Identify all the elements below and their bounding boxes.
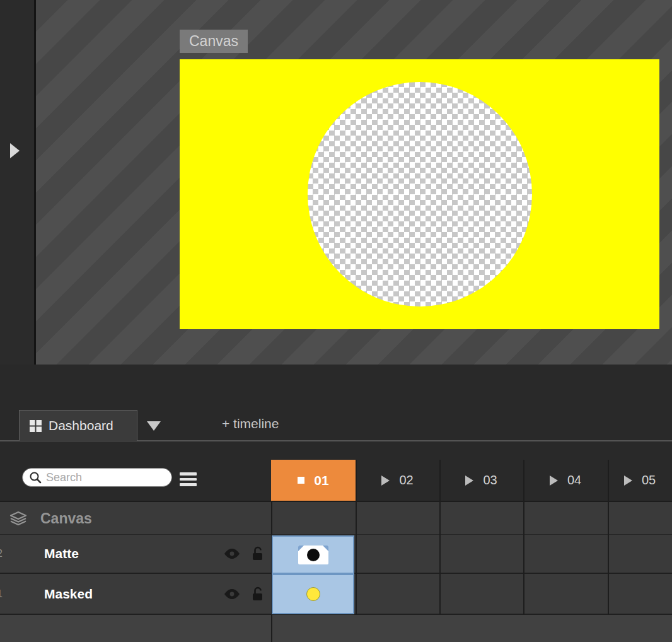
frame-number: 02 [399,473,413,487]
matte-layer-thumbnail [298,546,328,564]
frame-number: 04 [567,473,581,487]
lock-icon[interactable] [252,587,264,602]
frame-number: 05 [642,473,656,487]
left-sidebar [0,0,36,365]
play-icon [381,476,390,486]
frame-number: 03 [483,473,497,487]
app-window: Canvas Dashboard + timeline [0,0,672,642]
lock-icon[interactable] [252,546,264,561]
frame-header-04[interactable]: 04 [523,460,608,501]
play-icon [465,476,473,486]
tab-dashboard-label: Dashboard [49,418,113,433]
play-icon [624,476,632,486]
timeline-footer [0,615,672,642]
menu-icon[interactable] [180,470,197,489]
layer-index: 2 [0,548,3,559]
frame-number: 01 [314,473,328,488]
dashboard-grid-icon [30,420,42,432]
visibility-eye-icon[interactable] [223,588,241,599]
play-icon [550,476,558,486]
layer-name: Masked [44,587,93,602]
timeline-panel: Dashboard + timeline Canvas [0,365,672,642]
search-box[interactable] [22,468,172,487]
masked-layer-thumbnail [306,587,320,601]
frame-header-01[interactable]: 01 [271,460,356,501]
add-timeline-button[interactable]: + timeline [222,416,279,431]
canvas-label: Canvas [180,30,248,53]
visibility-eye-icon[interactable] [223,549,241,559]
layer-index: 1 [0,588,3,600]
transparent-mask-hole [308,82,532,306]
search-icon [29,471,42,484]
layer-name: Matte [44,546,79,561]
canvas-workspace: Canvas [36,0,672,365]
tab-dropdown-caret-icon[interactable] [147,421,161,431]
tab-dashboard[interactable]: Dashboard [19,410,137,441]
layers-icon [9,511,28,526]
panel-expand-arrow-icon[interactable] [10,143,20,158]
stop-icon [298,477,304,484]
layer-group-label: Canvas [40,510,92,527]
keyframe-cell-masked[interactable] [272,574,354,614]
layer-group-canvas[interactable]: Canvas [0,501,672,535]
frame-header-02[interactable]: 02 [356,460,439,501]
canvas-stage[interactable] [180,59,659,329]
keyframe-cell-matte[interactable] [272,535,354,574]
search-input[interactable] [46,471,165,484]
matte-dot [307,549,320,561]
frame-header-03[interactable]: 03 [439,460,523,501]
frame-header-05[interactable]: 05 [608,460,672,501]
